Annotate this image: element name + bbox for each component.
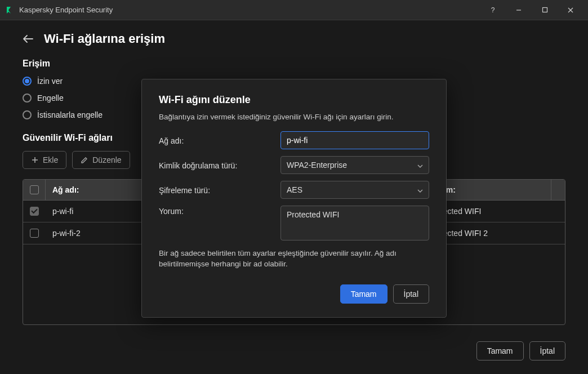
chevron-down-icon [417, 185, 423, 194]
comment-textarea[interactable]: Protected WIFI [280, 206, 429, 241]
app-title: Kaspersky Endpoint Security [19, 6, 480, 14]
encryption-type-value: AES [287, 185, 302, 194]
edit-network-modal: Wi-Fi ağını düzenle Bağlantıya izin verm… [141, 79, 447, 318]
chevron-down-icon [417, 161, 423, 170]
form-row-encryption-type: Şifreleme türü: AES [159, 181, 429, 199]
svg-rect-2 [542, 8, 547, 12]
svg-text:?: ? [491, 7, 495, 14]
close-button[interactable] [558, 0, 583, 20]
minimize-button[interactable] [506, 0, 532, 20]
modal-note: Bir ağ sadece belirtilen tüm ayarlar eşl… [159, 248, 429, 270]
modal-description: Bağlantıya izin vermek istediğiniz güven… [159, 113, 429, 121]
comment-label: Yorum: [159, 206, 280, 216]
modal-ok-button[interactable]: Tamam [340, 284, 387, 304]
titlebar: Kaspersky Endpoint Security ? [0, 0, 588, 20]
auth-type-value: WPA2-Enterprise [287, 161, 347, 170]
modal-title: Wi-Fi ağını düzenle [159, 94, 429, 106]
encryption-type-label: Şifreleme türü: [159, 185, 280, 195]
help-button[interactable]: ? [480, 0, 506, 20]
form-row-network-name: Ağ adı: [159, 131, 429, 149]
modal-action-bar: Tamam İptal [159, 284, 429, 304]
encryption-type-select[interactable]: AES [280, 181, 429, 199]
modal-cancel-button[interactable]: İptal [393, 284, 429, 304]
maximize-button[interactable] [532, 0, 558, 20]
auth-type-label: Kimlik doğrulama türü: [159, 160, 280, 170]
form-row-auth-type: Kimlik doğrulama türü: WPA2-Enterprise [159, 156, 429, 174]
network-name-input[interactable] [280, 131, 429, 149]
window-controls: ? [480, 0, 583, 20]
auth-type-select[interactable]: WPA2-Enterprise [280, 156, 429, 174]
form-row-comment: Yorum: Protected WIFI [159, 206, 429, 241]
network-name-label: Ağ adı: [159, 135, 280, 145]
modal-backdrop: Wi-Fi ağını düzenle Bağlantıya izin verm… [0, 20, 588, 374]
app-logo-icon [5, 5, 15, 15]
